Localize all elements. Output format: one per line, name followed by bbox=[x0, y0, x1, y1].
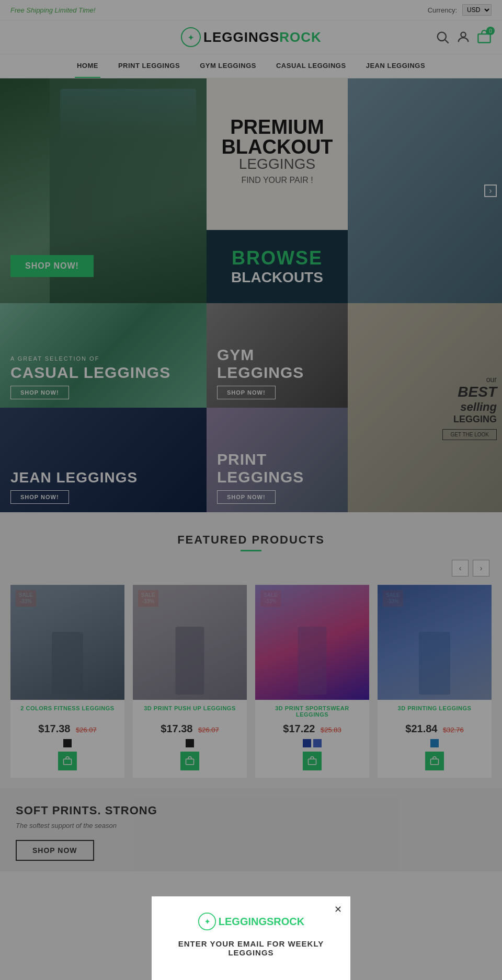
modal-overlay[interactable]: ✕ ✦ LEGGINGSROCK ENTER YOUR EMAIL FOR WE… bbox=[0, 0, 502, 871]
